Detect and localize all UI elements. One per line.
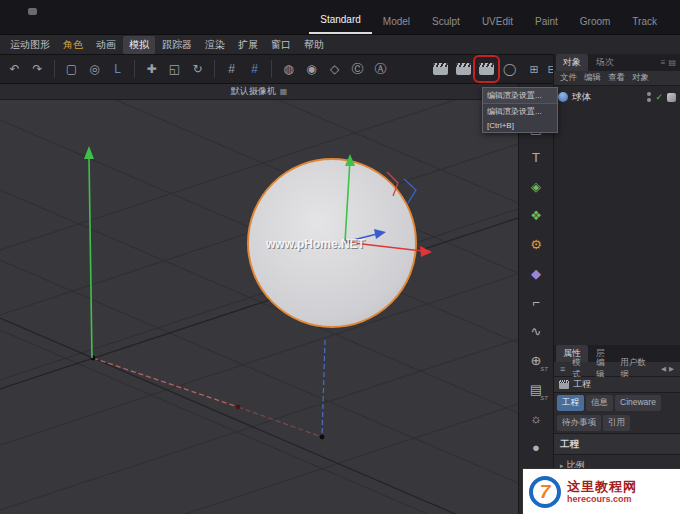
menu-help[interactable]: 帮助 bbox=[298, 36, 330, 54]
snap-grid-icon[interactable]: # bbox=[221, 58, 242, 80]
st-cylinder-icon[interactable]: ▤ST bbox=[523, 377, 549, 402]
clapperboard-gear-icon bbox=[479, 63, 494, 75]
camera-menu-icon[interactable]: ▦ bbox=[280, 87, 288, 96]
render-settings-tooltip: 编辑渲染设置... 编辑渲染设置... [Ctrl+B] bbox=[482, 87, 558, 133]
menu-view[interactable]: 查看 bbox=[608, 72, 625, 84]
object-row-sphere[interactable]: 球体 ✓ bbox=[554, 89, 680, 105]
modeling-mode-icon[interactable]: ◇ bbox=[324, 58, 345, 80]
section-header-project: 工程 bbox=[554, 433, 680, 455]
motext-icon[interactable]: T bbox=[523, 145, 549, 170]
menu-objects[interactable]: 对象 bbox=[632, 72, 649, 84]
scale-tool-icon[interactable]: ◱ bbox=[164, 58, 185, 80]
tab-todo[interactable]: 待办事项 bbox=[557, 415, 601, 431]
tooltip-title: 编辑渲染设置... bbox=[483, 88, 557, 104]
site-url: herecours.com bbox=[567, 494, 637, 504]
site-logo-icon: 7 bbox=[529, 476, 561, 508]
clapperboard-icon bbox=[456, 63, 471, 75]
tab-cineware[interactable]: Cineware bbox=[615, 395, 661, 411]
layout-tab-track[interactable]: Track bbox=[621, 7, 668, 34]
tab-takes[interactable]: 场次 bbox=[589, 54, 621, 71]
gizmo-z-handle[interactable] bbox=[404, 179, 416, 203]
menubar: 运动图形 角色 动画 模拟 跟踪器 渲染 扩展 窗口 帮助 bbox=[0, 34, 680, 54]
object-list[interactable]: 球体 ✓ bbox=[554, 86, 680, 345]
a-mode-icon[interactable]: Ⓐ bbox=[370, 58, 391, 80]
move-tool-icon[interactable]: ✚ bbox=[141, 58, 162, 80]
panel-menu-icon[interactable]: ≡ bbox=[661, 58, 666, 67]
menu-edit[interactable]: 编辑 bbox=[584, 72, 601, 84]
layout-a-icon[interactable]: ⊞ bbox=[526, 58, 542, 80]
menu-simulate[interactable]: 模拟 bbox=[123, 36, 155, 54]
cloner-icon[interactable]: ❖ bbox=[523, 203, 549, 228]
light-icon[interactable]: ☼ bbox=[523, 406, 549, 431]
viewport-header: 默认摄像机 ▦ bbox=[0, 84, 518, 100]
phong-tag-icon[interactable] bbox=[667, 93, 676, 102]
site-title: 这里教程网 bbox=[567, 479, 637, 495]
tab-project[interactable]: 工程 bbox=[557, 395, 584, 411]
layout-tab-standard[interactable]: Standard bbox=[309, 5, 372, 34]
hamburger-menu-icon[interactable]: ≡ bbox=[560, 364, 565, 374]
render-view-icon[interactable] bbox=[430, 58, 451, 80]
layout-b-icon[interactable]: ⊟ bbox=[544, 58, 553, 80]
layout-tab-uvedit[interactable]: UVEdit bbox=[471, 7, 524, 34]
floor-icon[interactable]: ⌐ bbox=[523, 290, 549, 315]
titlebar-grip-icon bbox=[28, 8, 37, 15]
c-mode-icon[interactable]: Ⓒ bbox=[347, 58, 368, 80]
construction-lines bbox=[91, 340, 325, 439]
snap-grid-active-icon[interactable]: # bbox=[244, 58, 265, 80]
viewport[interactable]: 默认摄像机 ▦ bbox=[0, 84, 518, 514]
field-icon[interactable]: ◆ bbox=[523, 261, 549, 286]
st-badge: ST bbox=[540, 366, 548, 372]
visibility-dots-icon[interactable] bbox=[647, 92, 651, 102]
history-back-icon[interactable]: ◀ bbox=[661, 365, 666, 373]
clapperboard-icon bbox=[433, 63, 448, 75]
toolbar-separator bbox=[214, 60, 215, 78]
menu-animate[interactable]: 动画 bbox=[90, 36, 122, 54]
site-watermark-badge: 7 这里教程网 herecours.com bbox=[522, 468, 680, 514]
live-selection-icon[interactable]: ◎ bbox=[84, 58, 105, 80]
axis-lock-icon[interactable]: L bbox=[107, 58, 128, 80]
layout-tab-sculpt[interactable]: Sculpt bbox=[421, 7, 471, 34]
layout-tabbar: Standard Model Sculpt UVEdit Paint Groom… bbox=[0, 0, 680, 34]
spline-icon[interactable]: ∿ bbox=[523, 319, 549, 344]
subdivision-icon[interactable]: ◈ bbox=[523, 174, 549, 199]
menu-extensions[interactable]: 扩展 bbox=[232, 36, 264, 54]
render-settings-icon[interactable] bbox=[476, 58, 497, 80]
rotate-tool-icon[interactable]: ↻ bbox=[187, 58, 208, 80]
vertex-dot[interactable] bbox=[236, 405, 241, 410]
attribute-target-row: 工程 bbox=[554, 377, 680, 393]
history-forward-icon[interactable]: ▶ bbox=[669, 365, 674, 373]
deformer-icon[interactable]: ⚙ bbox=[523, 232, 549, 257]
tab-objects[interactable]: 对象 bbox=[556, 54, 588, 71]
redo-icon[interactable]: ↷ bbox=[27, 58, 48, 80]
object-name[interactable]: 球体 bbox=[572, 91, 643, 104]
vertex-dot[interactable] bbox=[320, 435, 325, 440]
st-globe-icon[interactable]: ⊕ST bbox=[523, 348, 549, 373]
layout-tab-model[interactable]: Model bbox=[372, 7, 421, 34]
tab-references[interactable]: 引用 bbox=[603, 415, 630, 431]
menu-window[interactable]: 窗口 bbox=[265, 36, 297, 54]
menu-tracker[interactable]: 跟踪器 bbox=[156, 36, 198, 54]
toolbar-separator bbox=[54, 60, 55, 78]
axis-center-icon[interactable]: ◉ bbox=[301, 58, 322, 80]
menu-render[interactable]: 渲染 bbox=[199, 36, 231, 54]
project-icon bbox=[559, 380, 569, 389]
material-icon[interactable]: ● bbox=[523, 435, 549, 460]
menu-mograph[interactable]: 运动图形 bbox=[4, 36, 56, 54]
menu-file[interactable]: 文件 bbox=[560, 72, 577, 84]
workplane-icon[interactable]: ◍ bbox=[278, 58, 299, 80]
render-region-icon[interactable] bbox=[453, 58, 474, 80]
interactive-render-icon[interactable]: ◯ bbox=[499, 58, 520, 80]
toolbar-separator bbox=[271, 60, 272, 78]
panel-filter-icon[interactable]: ▤ bbox=[668, 58, 676, 67]
viewport-row: 默认摄像机 ▦ bbox=[0, 84, 553, 514]
layout-tab-paint[interactable]: Paint bbox=[524, 7, 569, 34]
viewport-canvas[interactable]: www.pHome.NET www.pHome.NET bbox=[0, 100, 518, 514]
tab-info[interactable]: 信息 bbox=[586, 395, 613, 411]
right-panel: 对象 场次 ≡ ▤ 文件 编辑 查看 对象 球体 bbox=[553, 54, 680, 514]
camera-label[interactable]: 默认摄像机 bbox=[231, 85, 276, 98]
selection-tool-icon[interactable]: ▢ bbox=[61, 58, 82, 80]
undo-icon[interactable]: ↶ bbox=[4, 58, 25, 80]
menu-character[interactable]: 角色 bbox=[57, 36, 89, 54]
layout-tab-groom[interactable]: Groom bbox=[569, 7, 622, 34]
enabled-check-icon[interactable]: ✓ bbox=[655, 92, 663, 102]
